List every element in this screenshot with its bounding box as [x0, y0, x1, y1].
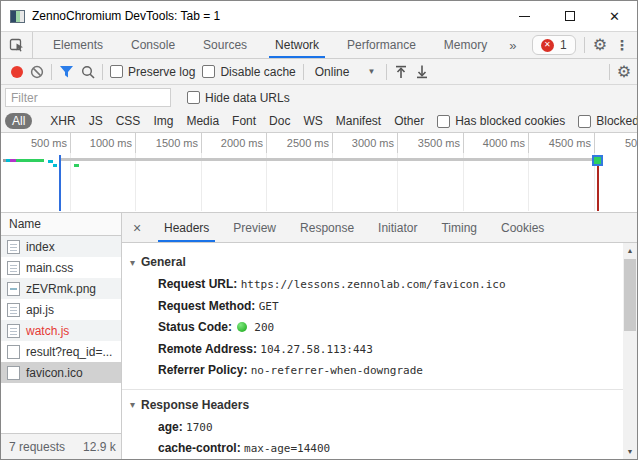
- timeline-gridline: [528, 133, 529, 211]
- timeline-tick-label: 1500 ms: [138, 137, 198, 149]
- tab-elements[interactable]: Elements: [39, 32, 117, 58]
- inspect-element-button[interactable]: [1, 32, 33, 58]
- timeline-gridline: [266, 133, 267, 211]
- request-row-result[interactable]: result?req_id=...: [1, 341, 121, 362]
- detail-tab-timing[interactable]: Timing: [429, 213, 489, 242]
- overview-request-bar: [16, 159, 44, 162]
- filter-pill-ws[interactable]: WS: [303, 114, 322, 128]
- filter-toggle-button[interactable]: [59, 65, 74, 78]
- search-button[interactable]: [81, 65, 95, 79]
- scroll-up-icon[interactable]: ▲: [623, 243, 637, 258]
- minimize-button[interactable]: [502, 1, 547, 31]
- timeline-tick-label: 50: [625, 137, 637, 149]
- divider: [51, 64, 52, 80]
- scroll-down-icon[interactable]: ▼: [623, 444, 637, 459]
- filter-pill-img[interactable]: Img: [153, 114, 173, 128]
- hide-data-urls-label: Hide data URLs: [205, 91, 290, 105]
- tab-network[interactable]: Network: [261, 32, 333, 58]
- close-icon: ✕: [609, 10, 620, 23]
- divider: [584, 37, 585, 53]
- detail-tab-preview[interactable]: Preview: [221, 213, 288, 242]
- export-har-button[interactable]: [415, 65, 429, 79]
- filter-pill-xhr[interactable]: XHR: [50, 114, 75, 128]
- devtools-tabbar: Elements Console Sources Network Perform…: [1, 31, 637, 59]
- app-icon: [10, 10, 25, 23]
- throttling-dropdown[interactable]: Online ▼: [311, 65, 380, 79]
- detail-tab-cookies[interactable]: Cookies: [489, 213, 556, 242]
- filter-row: Hide data URLs: [1, 85, 637, 110]
- request-row-watchjs[interactable]: watch.js: [1, 320, 121, 341]
- request-row-index[interactable]: index: [1, 236, 121, 257]
- close-detail-button[interactable]: ×: [122, 213, 152, 242]
- timeline-tick-label: 500 ms: [7, 137, 67, 149]
- maximize-button[interactable]: [547, 1, 592, 31]
- blocked-requests-checkbox[interactable]: [578, 115, 591, 128]
- tab-performance[interactable]: Performance: [333, 32, 430, 58]
- has-blocked-cookies-label: Has blocked cookies: [455, 114, 565, 128]
- detail-tab-response[interactable]: Response: [288, 213, 366, 242]
- filter-pill-other[interactable]: Other: [394, 114, 424, 128]
- filter-pill-manifest[interactable]: Manifest: [336, 114, 381, 128]
- name-column-header[interactable]: Name: [1, 213, 121, 236]
- divider: [102, 64, 103, 80]
- request-row-zevrmk[interactable]: zEVRmk.png: [1, 278, 121, 299]
- error-badge[interactable]: ✕ 1: [532, 35, 576, 55]
- inspect-icon: [9, 37, 25, 53]
- tab-memory[interactable]: Memory: [430, 32, 501, 58]
- network-summary-bar: 7 requests 12.9 k: [1, 433, 121, 459]
- document-icon: [7, 324, 20, 338]
- general-section-toggle[interactable]: ▾ General: [130, 247, 637, 274]
- timeline-tick-label: 3000 ms: [334, 137, 394, 149]
- filter-pill-all[interactable]: All: [5, 113, 32, 129]
- tab-sources[interactable]: Sources: [189, 32, 261, 58]
- preserve-log-checkbox[interactable]: [110, 65, 123, 78]
- more-tabs-icon[interactable]: »: [501, 32, 524, 58]
- request-row-apijs[interactable]: api.js: [1, 299, 121, 320]
- tab-console[interactable]: Console: [117, 32, 189, 58]
- search-icon: [81, 65, 95, 79]
- filter-pill-media[interactable]: Media: [186, 114, 219, 128]
- import-har-button[interactable]: [394, 65, 408, 79]
- scrollbar-thumb[interactable]: [624, 259, 636, 331]
- timeline-gridline: [397, 133, 398, 211]
- filter-pill-font[interactable]: Font: [232, 114, 256, 128]
- detail-tab-initiator[interactable]: Initiator: [366, 213, 429, 242]
- throttling-value: Online: [315, 65, 350, 79]
- clear-button[interactable]: [30, 65, 44, 79]
- devtools-window: ZennoChromium DevTools: Tab = 1 ✕ Elemen…: [0, 0, 638, 460]
- chevron-down-icon: ▼: [367, 67, 375, 76]
- detail-tabbar: × Headers Preview Response Initiator Tim…: [122, 213, 637, 243]
- timeline-gridline: [201, 133, 202, 211]
- error-icon: ✕: [541, 39, 554, 52]
- request-row-maincss[interactable]: main.css: [1, 257, 121, 278]
- menu-dots-icon[interactable]: ⋮: [615, 38, 629, 52]
- response-headers-section-toggle[interactable]: ▾ Response Headers: [130, 390, 637, 417]
- filter-pill-doc[interactable]: Doc: [269, 114, 290, 128]
- timeline-tick-label: 2000 ms: [203, 137, 263, 149]
- headers-content: ▾ General Request URL: https://lessons.z…: [122, 243, 637, 459]
- overview-total-bar: [59, 158, 598, 161]
- blocked-requests-label: Blocked Requests: [596, 114, 637, 128]
- maximize-icon: [565, 11, 575, 21]
- timeline-tick-label: 4000 ms: [465, 137, 525, 149]
- record-button[interactable]: [11, 66, 23, 78]
- timeline-tick-label: 1000 ms: [72, 137, 132, 149]
- filter-pill-js[interactable]: JS: [89, 114, 103, 128]
- header-row-remote-address: Remote Address: 104.27.58.113:443: [130, 339, 637, 361]
- filter-pill-css[interactable]: CSS: [116, 114, 141, 128]
- disable-cache-checkbox[interactable]: [202, 65, 215, 78]
- scrollbar[interactable]: ▲ ▼: [623, 243, 637, 459]
- detail-tab-headers[interactable]: Headers: [152, 213, 221, 242]
- error-count: 1: [560, 38, 567, 52]
- triangle-down-icon: ▾: [130, 257, 135, 268]
- request-row-favicon[interactable]: favicon.ico: [1, 362, 121, 383]
- network-settings-gear-icon[interactable]: ⚙: [617, 64, 631, 80]
- filter-funnel-icon: [59, 65, 74, 78]
- network-overview-timeline[interactable]: 500 ms 1000 ms 1500 ms 2000 ms 2500 ms 3…: [1, 133, 637, 213]
- filter-input[interactable]: [5, 88, 171, 107]
- settings-gear-icon[interactable]: ⚙: [593, 37, 607, 53]
- close-button[interactable]: ✕: [592, 1, 637, 31]
- request-count: 7 requests: [9, 440, 65, 454]
- has-blocked-cookies-checkbox[interactable]: [437, 115, 450, 128]
- hide-data-urls-checkbox[interactable]: [187, 91, 200, 104]
